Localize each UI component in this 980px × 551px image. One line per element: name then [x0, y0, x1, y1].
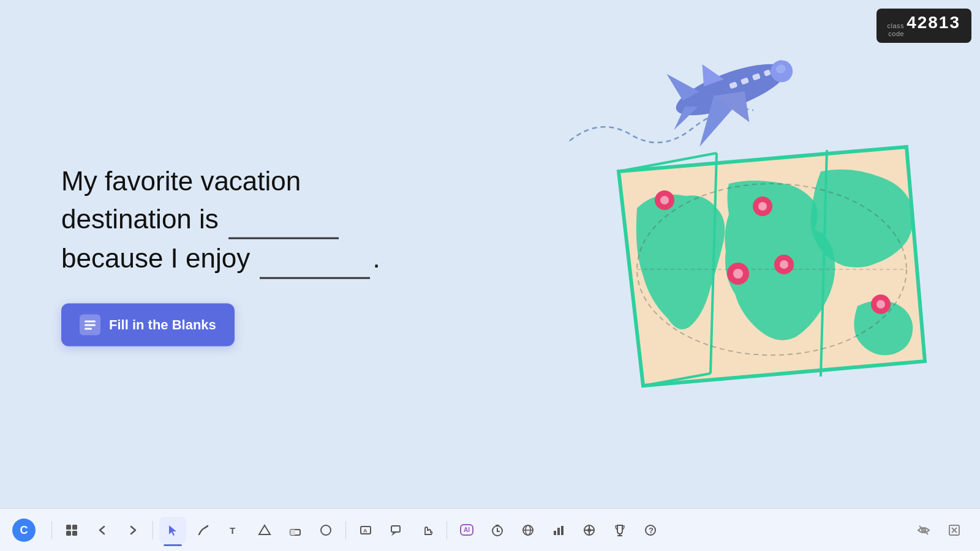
- forward-button[interactable]: [119, 517, 146, 544]
- help-button[interactable]: ?: [637, 517, 664, 544]
- shape-button[interactable]: [251, 517, 278, 544]
- svg-rect-34: [391, 526, 400, 532]
- toolbar-right: [910, 517, 968, 544]
- timer-button[interactable]: [484, 517, 511, 544]
- svg-point-19: [780, 260, 788, 269]
- svg-rect-30: [290, 530, 295, 535]
- svg-rect-26: [66, 531, 71, 536]
- svg-rect-24: [66, 525, 71, 530]
- text-section: My favorite vacation destination is beca…: [61, 162, 380, 347]
- svg-rect-0: [85, 320, 96, 322]
- svg-rect-25: [72, 525, 77, 530]
- main-content: My favorite vacation destination is beca…: [0, 0, 980, 508]
- map-illustration: [594, 135, 931, 398]
- speech-button[interactable]: [383, 517, 410, 544]
- class-label-line2: code: [888, 30, 904, 38]
- toolbar: C T: [0, 508, 980, 551]
- svg-text:A: A: [363, 528, 368, 534]
- circle-button[interactable]: [312, 517, 339, 544]
- trophy-button[interactable]: [606, 517, 633, 544]
- svg-rect-41: [561, 526, 564, 535]
- illustration-area: [502, 31, 931, 398]
- blank2: [260, 239, 370, 279]
- separator-2: [153, 521, 153, 539]
- logo: C: [12, 519, 36, 542]
- close-button[interactable]: [941, 517, 968, 544]
- textbox-button[interactable]: A: [352, 517, 379, 544]
- class-label-line1: class: [888, 22, 905, 30]
- svg-rect-39: [554, 531, 556, 535]
- fill-btn-icon: [80, 314, 100, 335]
- svg-text:?: ?: [649, 526, 654, 535]
- svg-point-31: [321, 525, 331, 535]
- eraser-button[interactable]: [282, 517, 309, 544]
- chart-button[interactable]: [545, 517, 572, 544]
- eye-button[interactable]: [910, 517, 937, 544]
- svg-rect-1: [85, 324, 96, 326]
- globe-button[interactable]: [514, 517, 541, 544]
- svg-point-21: [876, 300, 885, 309]
- ai-button[interactable]: AI: [453, 517, 480, 544]
- separator-4: [447, 521, 447, 539]
- svg-rect-2: [85, 328, 92, 329]
- separator-1: [51, 521, 52, 539]
- svg-point-13: [660, 196, 669, 204]
- svg-text:T: T: [230, 525, 235, 536]
- grid-button[interactable]: [58, 517, 85, 544]
- fill-in-blanks-button[interactable]: Fill in the Blanks: [61, 303, 235, 346]
- svg-point-15: [758, 202, 767, 211]
- vacation-text: My favorite vacation destination is beca…: [61, 162, 380, 279]
- svg-rect-40: [557, 528, 560, 535]
- select-button[interactable]: [159, 517, 186, 544]
- class-code-number: 42813: [907, 13, 960, 32]
- back-button[interactable]: [89, 517, 116, 544]
- svg-point-17: [733, 269, 743, 279]
- blank1: [228, 200, 339, 239]
- draw-button[interactable]: [190, 517, 217, 544]
- fill-btn-label: Fill in the Blanks: [109, 317, 216, 332]
- separator-3: [345, 521, 346, 539]
- svg-text:C: C: [20, 524, 28, 536]
- class-code-badge: class code 42813: [876, 9, 971, 43]
- hand-button[interactable]: [413, 517, 440, 544]
- wheel-button[interactable]: [576, 517, 603, 544]
- svg-rect-27: [72, 531, 77, 536]
- svg-point-43: [587, 528, 591, 532]
- text-button[interactable]: T: [221, 517, 247, 544]
